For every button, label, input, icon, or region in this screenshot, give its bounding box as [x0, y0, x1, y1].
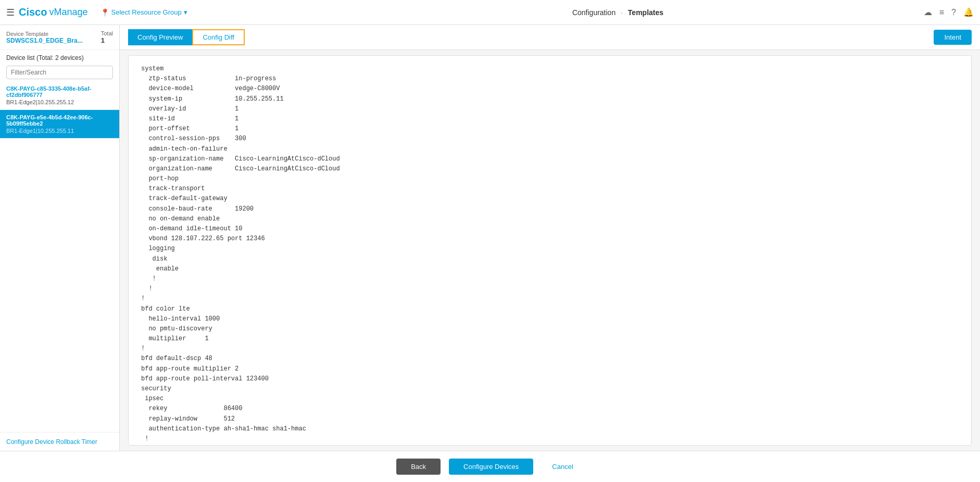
page-section: Templates: [628, 8, 663, 17]
config-line: rekey 86400: [141, 404, 959, 414]
sidebar-footer: Configure Device Rollback Timer: [0, 432, 119, 451]
config-line: !: [141, 434, 959, 444]
config-line: ipsec: [141, 394, 959, 404]
main-layout: Device Template SDWSCS1.0_EDGE_Bra... To…: [0, 25, 980, 451]
config-line: security: [141, 384, 959, 394]
config-line: replay-window 512: [141, 414, 959, 424]
config-line: disk: [141, 254, 959, 264]
config-line: !: [141, 284, 959, 294]
config-line: no on-demand enable: [141, 214, 959, 224]
menu-icon[interactable]: ≡: [939, 8, 944, 17]
config-line: authentication-type ah-sha1-hmac sha1-hm…: [141, 424, 959, 434]
config-line: console-baud-rate 19200: [141, 204, 959, 214]
config-line: bfd color lte: [141, 304, 959, 314]
total-label: Total: [101, 30, 113, 36]
tabs: Config PreviewConfig Diff: [128, 29, 245, 45]
config-line: organization-name Cisco-LearningAtCisco-…: [141, 164, 959, 174]
configure-devices-button[interactable]: Configure Devices: [449, 459, 533, 475]
config-line: bfd app-route multiplier 2: [141, 364, 959, 374]
config-line: !: [141, 274, 959, 284]
config-line: track-default-gateway: [141, 194, 959, 204]
brand-cisco: Cisco: [19, 6, 47, 18]
sidebar-total-row: Device Template SDWSCS1.0_EDGE_Bra... To…: [6, 30, 113, 44]
config-line: !: [141, 294, 959, 304]
resource-group-selector[interactable]: 📍 Select Resource Group ▾: [100, 8, 187, 17]
bottom-footer: Back Configure Devices Cancel: [0, 451, 980, 482]
config-line: system-ip 10.255.255.11: [141, 94, 959, 104]
title-separator: ·: [621, 8, 623, 17]
config-line: bfd default-dscp 48: [141, 354, 959, 364]
template-name[interactable]: SDWSCS1.0_EDGE_Bra...: [6, 37, 83, 44]
config-line: vbond 128.107.222.65 port 12346: [141, 234, 959, 244]
config-line: overlay-id 1: [141, 104, 959, 114]
device-list-item[interactable]: C8K-PAYG-c85-3335-408e-b5af-cf2dbf906777…: [0, 81, 119, 110]
cancel-button[interactable]: Cancel: [542, 459, 583, 475]
content-header: Config PreviewConfig Diff Intent: [120, 25, 980, 50]
location-icon: 📍: [100, 8, 109, 17]
tab-config-preview[interactable]: Config Preview: [128, 29, 192, 45]
config-line: multiplier 1: [141, 334, 959, 344]
brand-logo: Cisco vManage: [19, 6, 88, 18]
filter-search-input[interactable]: [6, 66, 113, 79]
page-title: Configuration: [572, 8, 615, 17]
nav-right-icons: ☁ ≡ ? 🔔: [924, 7, 974, 17]
bell-icon[interactable]: 🔔: [963, 7, 974, 17]
config-line: control-session-pps 300: [141, 134, 959, 144]
sidebar-filter: [0, 64, 119, 81]
config-line: site-id 1: [141, 114, 959, 124]
cloud-icon[interactable]: ☁: [924, 7, 932, 17]
config-line: bfd app-route poll-interval 123400: [141, 374, 959, 384]
config-line: admin-tech-on-failure: [141, 144, 959, 154]
device-list: C8K-PAYG-c85-3335-408e-b5af-cf2dbf906777…: [0, 81, 119, 432]
device-info: BR1-Edge1|10.255.255.11: [6, 128, 113, 134]
sidebar: Device Template SDWSCS1.0_EDGE_Bra... To…: [0, 25, 120, 451]
config-display: system ztp-status in-progress device-mod…: [128, 55, 972, 446]
page-title-area: Configuration · Templates: [312, 8, 924, 17]
device-id: C8K-PAYG-e5e-4b5d-42ee-906c-5b09ff5ebbe2: [6, 114, 113, 127]
brand-vmanage: vManage: [49, 7, 87, 18]
config-line: enable: [141, 264, 959, 274]
total-value: 1: [101, 36, 113, 44]
config-line: hello-interval 1000: [141, 314, 959, 324]
hamburger-icon[interactable]: ☰: [6, 7, 15, 18]
content-area: Config PreviewConfig Diff Intent system …: [120, 25, 980, 451]
top-nav: ☰ Cisco vManage 📍 Select Resource Group …: [0, 0, 980, 25]
device-template-label: Device Template: [6, 31, 83, 37]
config-line: no pmtu-discovery: [141, 324, 959, 334]
device-list-label: Device list (Total: 2 devices): [0, 50, 119, 64]
device-info: BR1-Edge2|10.255.255.12: [6, 99, 113, 105]
intent-button[interactable]: Intent: [934, 30, 972, 45]
sidebar-header: Device Template SDWSCS1.0_EDGE_Bra... To…: [0, 25, 119, 50]
back-button[interactable]: Back: [396, 459, 441, 475]
config-line: system: [141, 64, 959, 74]
config-line: sp-organization-name Cisco-LearningAtCis…: [141, 154, 959, 164]
tab-config-diff[interactable]: Config Diff: [192, 29, 244, 45]
device-list-item[interactable]: C8K-PAYG-e5e-4b5d-42ee-906c-5b09ff5ebbe2…: [0, 110, 119, 139]
device-id: C8K-PAYG-c85-3335-408e-b5af-cf2dbf906777: [6, 85, 113, 98]
help-icon[interactable]: ?: [951, 8, 956, 17]
config-line: device-model vedge-C8000V: [141, 84, 959, 94]
config-line: on-demand idle-timeout 10: [141, 224, 959, 234]
config-line: track-transport: [141, 184, 959, 194]
rollback-timer-link[interactable]: Configure Device Rollback Timer: [6, 438, 97, 446]
chevron-down-icon: ▾: [184, 8, 187, 16]
nav-left: ☰ Cisco vManage 📍 Select Resource Group …: [6, 6, 312, 18]
config-line: ztp-status in-progress: [141, 74, 959, 84]
config-line: port-hop: [141, 174, 959, 184]
config-line: port-offset 1: [141, 124, 959, 134]
resource-group-label: Select Resource Group: [111, 8, 182, 16]
config-line: logging: [141, 244, 959, 254]
config-line: !: [141, 344, 959, 354]
